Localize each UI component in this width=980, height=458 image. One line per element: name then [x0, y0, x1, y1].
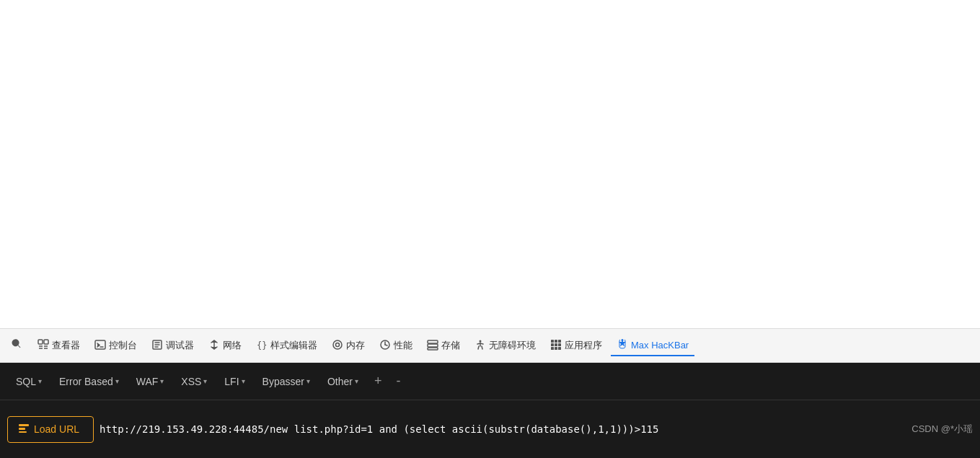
- svg-rect-14: [551, 343, 554, 346]
- hackbar-menu: SQL ▾ Error Based ▾ WAF ▾ XSS ▾ LFI ▾ By…: [0, 363, 980, 400]
- menu-item-lfi[interactable]: LFI ▾: [217, 371, 252, 392]
- other-dropdown-arrow: ▾: [355, 377, 358, 385]
- style-icon: {}: [256, 339, 268, 353]
- xss-dropdown-arrow: ▾: [203, 377, 207, 385]
- svg-rect-15: [555, 343, 557, 346]
- csdn-label: CSDN @*小瑶: [911, 423, 973, 436]
- inspector-label: 查看器: [52, 339, 80, 352]
- menu-item-xss-label: XSS: [181, 376, 201, 387]
- toolbar-item-hackbar[interactable]: Max HacKBar: [611, 335, 694, 356]
- url-input[interactable]: [100, 423, 906, 435]
- menu-item-plus[interactable]: +: [368, 371, 388, 392]
- svg-rect-7: [428, 340, 438, 343]
- toolbar-item-style[interactable]: {} 样式编辑器: [250, 336, 323, 356]
- svg-rect-21: [19, 424, 29, 426]
- menu-item-lfi-label: LFI: [224, 376, 239, 387]
- console-label: 控制台: [109, 339, 137, 352]
- bypasser-dropdown-arrow: ▾: [306, 377, 310, 385]
- performance-label: 性能: [394, 339, 412, 352]
- hackbar-panel: SQL ▾ Error Based ▾ WAF ▾ XSS ▾ LFI ▾ By…: [0, 363, 980, 458]
- menu-item-error-based[interactable]: Error Based ▾: [52, 371, 126, 392]
- menu-item-bypasser[interactable]: Bypasser ▾: [255, 371, 317, 392]
- svg-rect-12: [555, 340, 557, 343]
- apps-icon: [550, 339, 562, 353]
- load-url-button[interactable]: Load URL: [7, 416, 94, 443]
- debugger-label: 调试器: [166, 339, 194, 352]
- sql-dropdown-arrow: ▾: [38, 377, 42, 385]
- svg-rect-11: [551, 340, 554, 343]
- error-based-dropdown-arrow: ▾: [115, 377, 119, 385]
- toolbar-item-memory[interactable]: 内存: [326, 336, 371, 356]
- debugger-icon: [151, 339, 163, 353]
- svg-rect-22: [19, 428, 25, 430]
- console-icon: [94, 339, 106, 353]
- browser-toolbar: 查看器 控制台 调试器 网络 {}: [0, 328, 980, 363]
- inspect-icon: [12, 339, 23, 353]
- performance-icon: [379, 339, 391, 353]
- network-icon: [208, 339, 220, 353]
- memory-icon: [332, 339, 343, 353]
- svg-rect-13: [558, 340, 561, 343]
- hackbar-icon: [617, 338, 628, 352]
- svg-rect-8: [428, 344, 438, 347]
- toolbar-item-performance[interactable]: 性能: [374, 336, 418, 356]
- svg-rect-19: [558, 347, 561, 350]
- toolbar-item-inspector[interactable]: [6, 336, 29, 356]
- accessibility-label: 无障碍环境: [489, 339, 536, 352]
- svg-point-5: [336, 343, 340, 346]
- menu-item-minus[interactable]: -: [390, 371, 406, 392]
- inspector-icon: [37, 339, 49, 353]
- hackbar-label: Max HacKBar: [631, 340, 689, 351]
- svg-rect-17: [551, 347, 554, 350]
- style-label: 样式编辑器: [270, 339, 317, 352]
- svg-rect-1: [44, 340, 48, 344]
- network-label: 网络: [223, 339, 242, 352]
- svg-point-10: [480, 340, 482, 342]
- menu-item-minus-label: -: [396, 374, 400, 389]
- menu-item-bypasser-label: Bypasser: [262, 376, 304, 387]
- toolbar-item-accessibility[interactable]: 无障碍环境: [469, 336, 542, 356]
- menu-item-xss[interactable]: XSS ▾: [174, 371, 214, 392]
- storage-label: 存储: [441, 339, 460, 352]
- menu-item-waf[interactable]: WAF ▾: [129, 371, 172, 392]
- memory-label: 内存: [346, 339, 365, 352]
- toolbar-item-inspector-label[interactable]: 查看器: [32, 336, 86, 356]
- toolbar-item-apps[interactable]: 应用程序: [544, 336, 608, 356]
- lfi-dropdown-arrow: ▾: [242, 377, 245, 385]
- menu-item-sql[interactable]: SQL ▾: [9, 371, 49, 392]
- toolbar-item-console[interactable]: 控制台: [89, 336, 143, 356]
- apps-label: 应用程序: [565, 339, 602, 352]
- waf-dropdown-arrow: ▾: [160, 377, 164, 385]
- hackbar-url-row: Load URL CSDN @*小瑶: [0, 400, 980, 458]
- menu-item-plus-label: +: [374, 374, 382, 389]
- svg-rect-18: [555, 347, 557, 350]
- svg-rect-16: [558, 343, 561, 346]
- svg-point-4: [333, 340, 342, 349]
- accessibility-icon: [474, 339, 486, 353]
- toolbar-item-network[interactable]: 网络: [203, 336, 247, 356]
- load-url-icon: [18, 423, 30, 436]
- toolbar-item-debugger[interactable]: 调试器: [146, 336, 200, 356]
- svg-rect-9: [428, 348, 438, 350]
- load-url-label: Load URL: [34, 423, 79, 435]
- toolbar-item-storage[interactable]: 存储: [421, 336, 466, 356]
- menu-item-other-label: Other: [327, 376, 353, 387]
- svg-rect-23: [19, 431, 27, 433]
- svg-text:{}: {}: [257, 340, 267, 351]
- main-content: [0, 0, 980, 328]
- svg-point-20: [622, 339, 624, 341]
- svg-rect-2: [95, 340, 105, 349]
- menu-item-other[interactable]: Other ▾: [320, 371, 366, 392]
- storage-icon: [427, 339, 438, 353]
- svg-rect-0: [38, 340, 43, 344]
- menu-item-waf-label: WAF: [136, 376, 159, 387]
- menu-item-sql-label: SQL: [16, 376, 36, 387]
- menu-item-error-based-label: Error Based: [59, 376, 113, 387]
